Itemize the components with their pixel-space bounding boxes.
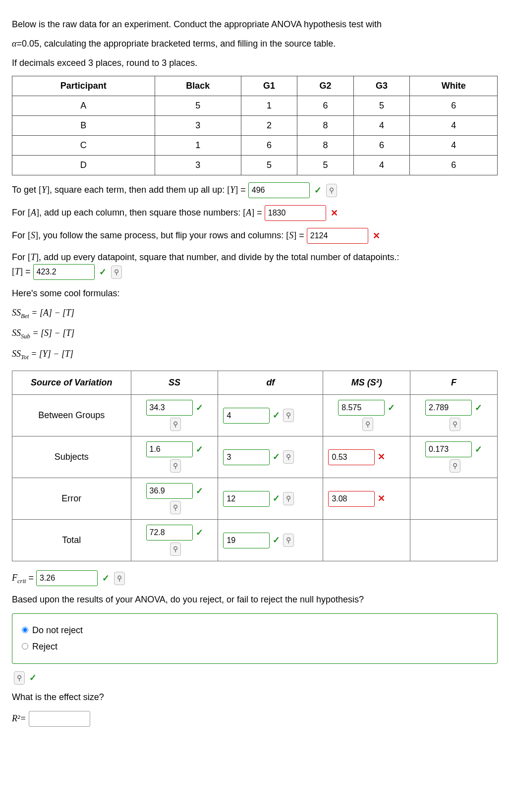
check-icon: ✓ bbox=[99, 267, 107, 277]
src-row-total: Total ✓ ⚲ ✓⚲ bbox=[12, 520, 498, 561]
link-icon[interactable]: ⚲ bbox=[170, 542, 181, 556]
check-icon: ✓ bbox=[273, 492, 280, 505]
src-h-ms: MS (S²) bbox=[323, 371, 410, 395]
decision-question: Based upon the results of your ANOVA, do… bbox=[12, 593, 498, 606]
total-ss-input[interactable] bbox=[146, 525, 193, 541]
between-ss-input[interactable] bbox=[146, 400, 193, 416]
src-h-source: Source of Variation bbox=[12, 371, 131, 395]
check-icon: ✓ bbox=[196, 485, 203, 498]
col-participant: Participant bbox=[12, 76, 155, 96]
check-icon: ✓ bbox=[102, 573, 110, 583]
check-icon: ✓ bbox=[196, 526, 203, 540]
col-black: Black bbox=[155, 76, 241, 96]
link-icon[interactable]: ⚲ bbox=[283, 409, 294, 422]
col-g1: G1 bbox=[241, 76, 297, 96]
src-h-f: F bbox=[410, 371, 498, 395]
formula-tot: SSTot = [Y] − [T] bbox=[12, 347, 498, 362]
formula-heading: Here's some cool formulas: bbox=[12, 287, 498, 300]
link-icon[interactable]: ⚲ bbox=[326, 184, 337, 197]
table-row: C16864 bbox=[12, 136, 498, 156]
link-icon[interactable]: ⚲ bbox=[283, 450, 294, 464]
link-icon[interactable]: ⚲ bbox=[283, 534, 294, 547]
intro-line1: Below is the raw data for an experiment.… bbox=[12, 18, 498, 31]
r2-row: R²= bbox=[12, 711, 498, 727]
check-icon: ✓ bbox=[196, 443, 203, 456]
link-icon[interactable]: ⚲ bbox=[170, 459, 181, 473]
cross-icon: ✕ bbox=[373, 231, 380, 241]
link-icon[interactable]: ⚲ bbox=[170, 501, 181, 514]
intro-line3: If decimals exceed 3 places, round to 3 … bbox=[12, 56, 498, 70]
decision-radio-group: Do not reject Reject bbox=[12, 613, 498, 664]
check-icon: ✓ bbox=[273, 534, 280, 547]
check-icon: ✓ bbox=[314, 185, 322, 195]
col-white: White bbox=[410, 76, 498, 96]
check-icon: ✓ bbox=[273, 409, 280, 422]
check-icon: ✓ bbox=[273, 450, 280, 464]
link-icon[interactable]: ⚲ bbox=[111, 266, 122, 279]
check-icon: ✓ bbox=[475, 401, 482, 415]
total-df-input[interactable] bbox=[223, 533, 270, 548]
fcrit-row: Fcrit = ✓ ⚲ bbox=[12, 570, 498, 586]
table-row: B32844 bbox=[12, 116, 498, 136]
link-icon[interactable]: ⚲ bbox=[450, 418, 460, 431]
cross-icon: ✕ bbox=[378, 492, 385, 505]
link-icon[interactable]: ⚲ bbox=[170, 418, 181, 431]
intro-line2: α=0.05, calculating the appropriate brac… bbox=[12, 37, 498, 51]
src-row-subjects: Subjects ✓ ⚲ ✓⚲ ✕ ✓ ⚲ bbox=[12, 436, 498, 478]
raw-data-table: Participant Black G1 G2 G3 White A51656 … bbox=[12, 76, 498, 175]
src-h-ss: SS bbox=[131, 371, 218, 395]
between-ms-input[interactable] bbox=[338, 400, 385, 416]
error-ss-input[interactable] bbox=[146, 483, 193, 499]
question-y: To get [Y], square each term, then add t… bbox=[12, 182, 498, 198]
question-t: For [T], add up every datapoint, square … bbox=[12, 251, 498, 280]
formula-sub: SSSub = [S] − [T] bbox=[12, 326, 498, 341]
formula-bet: SSBet = [A] − [T] bbox=[12, 306, 498, 321]
check-icon: ✓ bbox=[388, 401, 395, 415]
a-input[interactable] bbox=[265, 205, 326, 221]
link-icon[interactable]: ⚲ bbox=[114, 572, 125, 585]
src-row-between: Between Groups ✓ ⚲ ✓⚲ ✓ ⚲ ✓ ⚲ bbox=[12, 395, 498, 436]
r2-input[interactable] bbox=[29, 711, 90, 727]
col-g3: G3 bbox=[353, 76, 410, 96]
between-f-input[interactable] bbox=[425, 400, 472, 416]
check-icon: ✓ bbox=[475, 443, 482, 456]
col-g2: G2 bbox=[297, 76, 354, 96]
t-input[interactable] bbox=[33, 264, 95, 280]
link-icon[interactable]: ⚲ bbox=[14, 671, 25, 685]
cross-icon: ✕ bbox=[331, 208, 338, 218]
question-a: For [A], add up each column, then square… bbox=[12, 205, 498, 221]
link-icon[interactable]: ⚲ bbox=[450, 459, 460, 473]
table-row: A51656 bbox=[12, 96, 498, 116]
src-row-error: Error ✓ ⚲ ✓⚲ ✕ bbox=[12, 478, 498, 520]
effect-size-question: What is the effect size? bbox=[12, 691, 498, 704]
src-h-df: df bbox=[218, 371, 323, 395]
subjects-ms-input[interactable] bbox=[328, 449, 375, 465]
link-icon[interactable]: ⚲ bbox=[283, 492, 294, 505]
radio-reject[interactable]: Reject bbox=[19, 640, 490, 653]
y-input[interactable] bbox=[248, 182, 310, 198]
check-icon: ✓ bbox=[196, 401, 203, 415]
error-ms-input[interactable] bbox=[328, 491, 375, 507]
source-table: Source of Variation SS df MS (S²) F Betw… bbox=[12, 371, 498, 561]
check-icon: ✓ bbox=[29, 673, 37, 683]
between-df-input[interactable] bbox=[223, 408, 270, 424]
cross-icon: ✕ bbox=[378, 450, 385, 464]
fcrit-input[interactable] bbox=[36, 570, 98, 586]
subjects-f-input[interactable] bbox=[425, 441, 472, 457]
s-input[interactable] bbox=[307, 228, 368, 244]
subjects-df-input[interactable] bbox=[223, 449, 270, 465]
error-df-input[interactable] bbox=[223, 491, 270, 507]
radio-do-not-reject[interactable]: Do not reject bbox=[19, 624, 490, 637]
table-row: D35546 bbox=[12, 156, 498, 175]
question-s: For [S], you follow the same process, bu… bbox=[12, 228, 498, 244]
subjects-ss-input[interactable] bbox=[146, 441, 193, 457]
link-icon[interactable]: ⚲ bbox=[362, 418, 373, 431]
